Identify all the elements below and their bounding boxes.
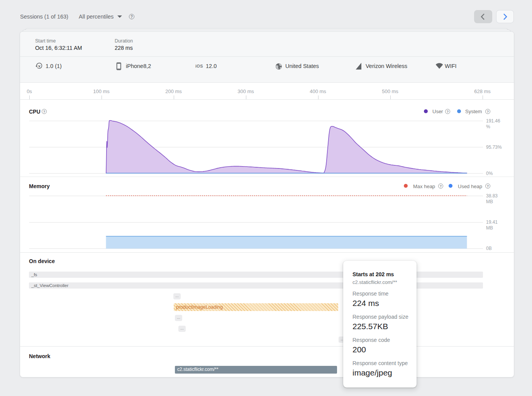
svg-text:v: v [38,64,41,68]
